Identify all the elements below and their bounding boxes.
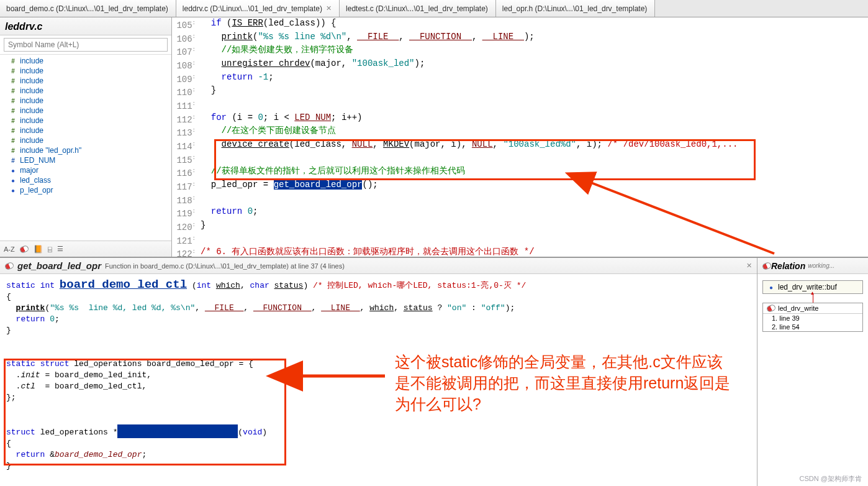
include-icon (9, 86, 17, 95)
code-line[interactable]: 120:} (172, 219, 868, 233)
pill-icon[interactable] (19, 244, 29, 253)
code-line[interactable]: 112: for (i = 0; i < LED_NUM; i++) (172, 112, 868, 126)
symbol-search-input[interactable] (4, 38, 168, 52)
relation-panel: Relation working... led_drv_write::buf l… (757, 258, 868, 486)
sort-az-button[interactable]: A-Z (4, 245, 15, 253)
code-line[interactable]: 117: p_led_opr = get_board_led_opr(); (172, 179, 868, 193)
symbol-item[interactable]: led_class (0, 175, 171, 185)
symbol-item[interactable]: include (0, 56, 171, 66)
function-icon (4, 261, 15, 270)
context-panel: get_board_led_opr Function in board_demo… (0, 258, 757, 486)
include-icon (9, 126, 17, 135)
variable-icon (9, 176, 17, 185)
symbol-item[interactable]: include (0, 66, 171, 76)
top-panel: leddrv.c include include include include… (0, 17, 868, 257)
tab-board-demo[interactable]: board_demo.c (D:\Linux\...\01_led_drv_te… (0, 0, 176, 17)
code-editor[interactable]: 105: if (IS_ERR(led_class)) {106: printk… (172, 17, 868, 257)
code-line[interactable]: 113: //在这个类下面创建设备节点 (172, 125, 868, 139)
relation-list-header[interactable]: led_drv_write (763, 303, 862, 314)
code-line[interactable]: 118: (172, 193, 868, 206)
book-icon[interactable] (34, 245, 43, 254)
relation-graph: led_drv_write::buf led_drv_write 1. line… (762, 280, 863, 332)
symbol-item[interactable]: major (0, 165, 171, 175)
context-title: get_board_led_opr (17, 260, 101, 271)
tab-led-opr-h[interactable]: led_opr.h (D:\Linux\...\01_led_drv_templ… (496, 0, 655, 17)
context-header: get_board_led_opr Function in board_demo… (0, 258, 757, 274)
relation-header: Relation working... (757, 258, 868, 274)
function-icon (766, 304, 777, 313)
code-line[interactable]: 119: return 0; (172, 206, 868, 219)
define-icon (9, 156, 17, 165)
context-subtitle: Function in board_demo.c (D:\Linux\...\0… (105, 262, 345, 270)
variable-icon (9, 186, 17, 195)
variable-icon (9, 166, 17, 175)
symbol-item[interactable]: include "led_opr.h" (0, 145, 171, 155)
annotation-text: 这个被static修饰的全局变量，在其他.c文件应该是不能被调用的把，而这里直接… (395, 351, 733, 415)
symbol-item[interactable]: include (0, 126, 171, 135)
symbol-item[interactable]: include (0, 116, 171, 126)
code-line[interactable]: 108: unregister_chrdev(major, "100ask_le… (172, 58, 868, 71)
relation-item[interactable]: 1. line 39 (763, 314, 862, 323)
include-icon (9, 106, 17, 115)
code-line[interactable]: 110: } (172, 85, 868, 98)
relation-item[interactable]: 2. line 54 (763, 323, 862, 331)
code-line[interactable]: 115: (172, 152, 868, 166)
include-icon (9, 96, 17, 105)
relation-connector (813, 294, 813, 303)
code-line[interactable]: 114: device_create(led_class, NULL, MKDE… (172, 139, 868, 152)
include-icon (9, 116, 17, 125)
include-icon (9, 57, 17, 65)
relation-icon (762, 261, 772, 270)
tab-ledtest[interactable]: ledtest.c (D:\Linux\...\01_led_drv_templ… (340, 0, 496, 17)
file-tabs: board_demo.c (D:\Linux\...\01_led_drv_te… (0, 0, 868, 17)
symbol-list[interactable]: include include include include include … (0, 54, 171, 241)
code-line[interactable]: 106: printk("%s %s line %d\n", __FILE__,… (172, 31, 868, 45)
symbol-item[interactable]: include (0, 106, 171, 116)
bottom-panels: get_board_led_opr Function in board_demo… (0, 257, 868, 486)
code-line[interactable]: 109: return -1; (172, 71, 868, 85)
symbol-item[interactable]: LED_NUM (0, 155, 171, 165)
include-icon (9, 66, 17, 75)
list-icon[interactable] (57, 245, 63, 253)
code-line[interactable]: 111: (172, 98, 868, 112)
variable-icon (767, 283, 775, 291)
tree-icon[interactable] (48, 245, 52, 253)
symbol-item[interactable]: include (0, 86, 171, 96)
code-line[interactable]: 122:/* 6. 有入口函数就应该有出口函数：卸载驱动程序时，就会去调用这个出… (172, 246, 868, 257)
code-line[interactable]: 121: (172, 233, 868, 247)
symbol-item[interactable]: include (0, 135, 171, 145)
code-line[interactable]: 107: //如果类创建失败，注销字符设备 (172, 44, 868, 58)
include-icon (9, 136, 17, 145)
code-line[interactable]: 116: //获得单板文件的指针，之后就可以利用这个指针来操作相关代码 (172, 165, 868, 179)
close-icon[interactable]: ✕ (326, 4, 332, 12)
code-line[interactable]: 105: if (IS_ERR(led_class)) { (172, 17, 868, 31)
relation-list: led_drv_write 1. line 39 2. line 54 (762, 303, 863, 332)
symbol-item[interactable]: p_led_opr (0, 185, 171, 195)
include-icon (9, 76, 17, 85)
symbol-item[interactable]: include (0, 76, 171, 86)
tab-leddrv[interactable]: leddrv.c (D:\Linux\...\01_led_drv_templa… (176, 0, 340, 17)
close-icon[interactable]: ✕ (746, 262, 752, 270)
watermark: CSDN @架构师李肯 (800, 474, 862, 484)
symbol-item[interactable]: include (0, 96, 171, 106)
sidebar-toolbar: A-Z (0, 241, 171, 257)
include-icon (9, 146, 17, 155)
symbol-sidebar: leddrv.c include include include include… (0, 17, 172, 257)
sidebar-title: leddrv.c (0, 17, 171, 35)
